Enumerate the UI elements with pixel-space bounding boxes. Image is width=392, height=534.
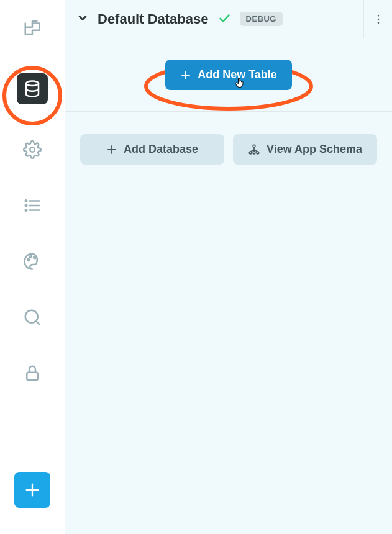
svg-rect-13 [27,373,38,381]
chevron-down-icon[interactable] [76,12,89,27]
svg-point-7 [25,209,27,211]
add-button[interactable] [14,472,50,508]
svg-point-0 [26,81,39,86]
add-database-label: Add Database [124,143,198,156]
svg-point-10 [34,256,35,258]
kebab-menu[interactable] [363,0,392,38]
search-icon[interactable] [22,307,43,328]
svg-point-6 [25,205,27,207]
lock-icon[interactable] [22,363,43,384]
svg-point-16 [377,14,379,16]
svg-point-18 [377,22,379,24]
page-title: Default Database [98,11,209,27]
add-new-table-button[interactable]: Add New Table [165,60,292,90]
palette-icon[interactable] [22,251,43,272]
settings-icon[interactable] [22,139,43,160]
view-app-schema-label: View App Schema [267,143,362,156]
svg-point-9 [30,256,32,258]
svg-point-8 [27,259,29,261]
svg-line-12 [36,321,39,324]
view-app-schema-button[interactable]: View App Schema [233,134,377,165]
sidebar-nav [0,0,65,534]
debug-badge: DEBUG [240,12,283,26]
plus-icon [180,70,191,81]
add-new-table-label: Add New Table [198,68,277,81]
files-icon[interactable] [22,17,43,38]
main-panel: Default Database DEBUG Add New Table Add… [65,0,392,534]
schema-icon [248,143,260,156]
svg-point-5 [25,200,27,202]
page-header: Default Database DEBUG [65,0,363,38]
add-database-button[interactable]: Add Database [80,134,224,165]
svg-point-1 [30,147,35,152]
svg-point-17 [377,18,379,20]
list-icon[interactable] [22,195,43,216]
secondary-actions: Add Database View App Schema [65,112,392,187]
plus-icon [106,144,117,155]
top-action-area: Add New Table [65,38,392,112]
database-icon[interactable] [17,73,48,104]
check-icon [217,11,231,27]
